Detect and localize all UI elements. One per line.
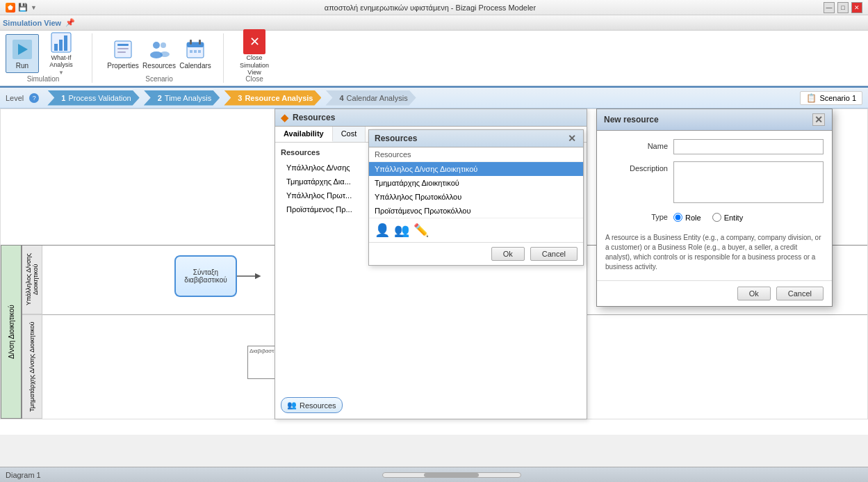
scroll-thumb[interactable] (424, 473, 479, 477)
close-x-icon: ✕ (243, 29, 265, 54)
diagram-label: Diagram 1 (6, 471, 41, 479)
dropdown-item-1[interactable]: Υπάλληλος Δ/νσης Διοικητικού (369, 162, 583, 176)
wizard-step-3[interactable]: 3 Resource Analysis (224, 90, 321, 106)
dropdown-close-btn[interactable]: ✕ (566, 133, 578, 144)
close-group: ✕ Close Simulation View Close (238, 33, 282, 83)
save-icon[interactable]: 💾 (18, 3, 28, 12)
run-label: Run (16, 62, 28, 70)
doc-diabivastico[interactable]: Διαβιβαστικό (247, 346, 275, 379)
minimize-btn[interactable]: — (824, 2, 835, 13)
dropdown-item-4[interactable]: Προϊστάμενος Πρωτοκόλλου (369, 204, 583, 218)
step4-num: 4 (339, 94, 343, 102)
simulation-group-label: Simulation (27, 74, 60, 83)
step3-label: Resource Analysis (245, 94, 313, 102)
dropdown-item-2[interactable]: Τμηματάρχης Διοικητικού (369, 176, 583, 190)
calendars-button[interactable]: Calendars (179, 34, 212, 73)
inner-lane-label-2: Τμηματάρχης Δ/νσης Διοικητικού (22, 314, 42, 419)
scenario-group: Properties Resources (106, 33, 224, 83)
availability-tab[interactable]: Availability (275, 127, 333, 142)
dropdown-row-label: Resources (375, 150, 430, 159)
wizard-step-4[interactable]: 4 Calendar Analysis (325, 90, 416, 106)
resources-btn-icon: 👥 (287, 401, 297, 410)
app-icon: ⬟ (6, 3, 15, 13)
dialog-body: Name Description Type Role Entity (597, 131, 832, 280)
dialog-close-btn[interactable]: ✕ (812, 113, 825, 126)
run-button[interactable]: Run (6, 34, 39, 73)
entity-label: Entity (724, 214, 744, 222)
main-area: Δ/νση Διοικητικού Υπάλληλος Δ/νσης Διοικ… (0, 109, 868, 435)
svg-rect-20 (198, 50, 201, 53)
dialog-cancel-btn[interactable]: Cancel (776, 287, 824, 300)
resources-btn[interactable]: 👥 Resources (281, 397, 343, 413)
doc-label: Διαβιβαστικό (249, 348, 273, 354)
wizard-bar: Level ? 1 Process Validation 2 Time Anal… (0, 88, 868, 109)
inner-lane-label-1: Υπάλληλος Δ/νσης Διοικητικού (22, 245, 42, 314)
svg-rect-19 (194, 50, 197, 53)
dropdown-item-3[interactable]: Υπάλληλος Πρωτοκόλλου (369, 190, 583, 204)
wizard-step-2[interactable]: 2 Time Analysis (144, 90, 220, 106)
dropdown-ok-btn[interactable]: Ok (491, 247, 525, 261)
dialog-ok-btn[interactable]: Ok (737, 287, 771, 300)
horizontal-scrollbar[interactable] (382, 472, 521, 478)
type-row: Type Role Entity (605, 210, 824, 222)
simulation-group: Run What-If Analysis ▼ Simulatio (6, 33, 92, 83)
entity-option[interactable]: Entity (712, 213, 744, 222)
step4-label: Calendar Analysis (347, 94, 408, 102)
dropdown-title: Resources (375, 134, 417, 143)
resources-panel-header: ◆ Resources (275, 109, 587, 127)
close-simulation-icon: ✕ (243, 31, 265, 53)
wizard-step-1[interactable]: 1 Process Validation (47, 90, 139, 106)
description-row: Description (605, 161, 824, 203)
close-simulation-button[interactable]: ✕ Close Simulation View (238, 34, 271, 73)
level-help[interactable]: ? (29, 93, 39, 103)
scenario-buttons: Properties Resources (106, 33, 212, 74)
entity-radio[interactable] (712, 213, 721, 222)
properties-button[interactable]: Properties (106, 34, 140, 73)
cost-tab[interactable]: Cost (333, 127, 366, 142)
description-input[interactable] (673, 161, 824, 203)
calendars-label: Calendars (179, 62, 211, 70)
edit-person-icon[interactable]: ✏️ (413, 223, 429, 238)
svg-rect-4 (59, 40, 63, 51)
name-input[interactable] (673, 139, 824, 154)
new-resource-dialog: New resource ✕ Name Description Type Rol… (596, 109, 833, 307)
role-radio[interactable] (673, 213, 682, 222)
properties-icon (112, 38, 134, 61)
dropdown-arrow[interactable]: ▼ (31, 4, 37, 11)
svg-rect-7 (117, 44, 129, 46)
dropdown-footer: Ok Cancel (369, 242, 583, 265)
svg-point-10 (153, 42, 160, 49)
scenario-group-label: Scenario (145, 74, 172, 83)
type-label: Type (605, 210, 668, 221)
pool-left-border (22, 245, 22, 419)
dropdown-cancel-btn[interactable]: Cancel (530, 247, 578, 261)
name-label: Name (605, 139, 668, 150)
resources-bottom-area: 👥 Resources (281, 397, 343, 413)
app-title: αποστολή ενημερωτικών υφιστάμενη - Bizag… (37, 3, 824, 12)
svg-rect-16 (190, 40, 192, 45)
role-option[interactable]: Role (673, 213, 701, 222)
pin-icon[interactable]: 📌 (65, 18, 75, 27)
simulation-view-tab[interactable]: Simulation View (3, 19, 61, 27)
scrollbar-area[interactable] (41, 472, 862, 478)
what-if-button[interactable]: What-If Analysis ▼ (42, 34, 81, 73)
svg-point-11 (161, 42, 166, 48)
type-radio-group: Role Entity (673, 210, 743, 222)
close-btn[interactable]: ✕ (851, 2, 862, 13)
new-resource-title: New resource (604, 115, 659, 124)
resources-btn-label: Resources (300, 401, 336, 410)
simulation-buttons: Run What-If Analysis ▼ (6, 33, 81, 74)
type-description: A resource is a Business Entity (e.g., a… (605, 229, 824, 272)
resources-ribbon-button[interactable]: Resources (142, 34, 176, 73)
dropdown-row: Resources (369, 147, 583, 162)
svg-rect-17 (199, 40, 201, 45)
add-group-icon[interactable]: 👥 (394, 223, 409, 238)
step1-label: Process Validation (68, 94, 131, 102)
what-if-label: What-If Analysis (44, 55, 79, 69)
quick-toolbar: Simulation View 📌 (0, 15, 868, 31)
add-person-icon[interactable]: 👤 (375, 223, 390, 238)
maximize-btn[interactable]: □ (837, 2, 849, 13)
svg-point-13 (160, 51, 170, 57)
task-syntaxi[interactable]: Σύνταξηδιαβιβαστικού (174, 255, 237, 297)
what-if-icon (50, 31, 72, 54)
